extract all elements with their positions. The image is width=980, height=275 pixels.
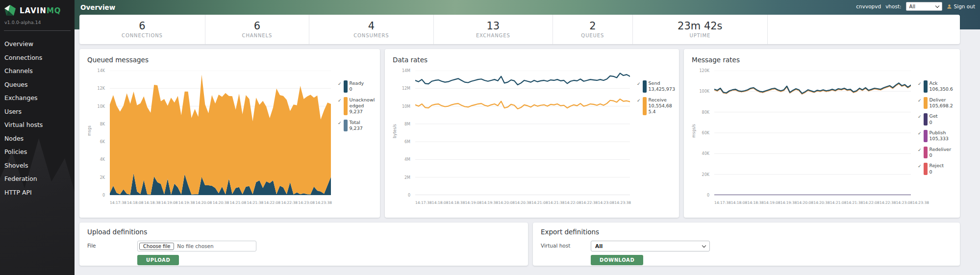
chart-title: Message rates (692, 56, 956, 64)
virtual-host-label: Virtual host (541, 241, 591, 249)
plot-area (110, 71, 331, 195)
legend-item-get[interactable]: ✓Get0 (918, 113, 956, 125)
legend-item-ack[interactable]: ✓Ack106,350.6 (918, 80, 956, 93)
sidebar-item-exchanges[interactable]: Exchanges (0, 91, 75, 105)
x-tick-label: 14:18:38 (747, 200, 764, 205)
upload-button[interactable]: UPLOAD (137, 255, 179, 265)
stats-bar: 6CONNECTIONS6CHANNELS4CONSUMERS13EXCHANG… (79, 15, 960, 44)
y-tick-label: 12M (402, 86, 410, 91)
file-label: File (87, 241, 137, 249)
sidebar-item-virtual-hosts[interactable]: Virtual hosts (0, 118, 75, 132)
stat-label: UPTIME (689, 33, 710, 38)
stat-label: QUEUES (581, 33, 604, 38)
choose-file-button[interactable]: Choose file (139, 243, 174, 250)
legend-item-redeliver[interactable]: ✓Redeliver0 (918, 147, 956, 159)
sidebar-item-overview[interactable]: Overview (0, 37, 75, 51)
plot-area (415, 71, 630, 195)
x-axis-ticks: 14:17:3814:18:0814:18:3814:19:0814:19:38… (415, 200, 631, 205)
legend-value: 9,237 (350, 109, 363, 114)
export-vhost-select[interactable]: All (591, 241, 710, 251)
y-axis-label: msgs/s (691, 68, 697, 209)
legend-swatch (344, 97, 348, 115)
y-tick-label: 60K (702, 131, 709, 135)
x-tick-label: 14:20:08 (498, 200, 515, 205)
legend-item-unacknowledged[interactable]: ✓Unacknowledged9,237 (338, 97, 376, 115)
legend-item-deliver[interactable]: ✓Deliver105,698.2 (918, 97, 956, 109)
sidebar-item-http-api[interactable]: HTTP API (0, 186, 75, 200)
chart-title: Data rates (393, 56, 675, 64)
version-label: v1.0.0-alpha.14 (0, 18, 75, 30)
sidebar-item-nodes[interactable]: Nodes (0, 132, 75, 146)
stat-label: EXCHANGES (476, 33, 510, 38)
legend-item-send[interactable]: ✓Send13,425,973 (637, 80, 675, 93)
legend-swatch (924, 130, 928, 142)
x-tick-label: 14:23:38 (912, 200, 929, 205)
legend-item-total[interactable]: ✓Total9,237 (338, 120, 376, 132)
x-tick-label: 14:19:38 (780, 200, 797, 205)
header-controls: cnvvopvd vhost: All Sign out (856, 2, 975, 11)
stat-value: 6 (254, 21, 260, 32)
x-tick-label: 14:23:38 (614, 200, 631, 205)
legend-item-publish[interactable]: ✓Publish105,333 (918, 130, 956, 142)
y-axis-label: bytes/s (392, 68, 398, 209)
y-axis-ticks: 14M12M10M8M6M4M2M0 (398, 71, 413, 195)
legend-name: Deliver (930, 97, 946, 102)
stat-consumers: 4CONSUMERS (309, 15, 433, 44)
legend-name: Get (930, 113, 938, 119)
sidebar-item-federation[interactable]: Federation (0, 172, 75, 186)
x-tick-label: 14:23:08 (896, 200, 913, 205)
no-file-chosen-text: No file chosen (177, 243, 213, 249)
legend-swatch (924, 147, 928, 159)
logo[interactable]: LAVINMQ (0, 0, 75, 18)
sidebar-item-connections[interactable]: Connections (0, 51, 75, 65)
sidebar-item-policies[interactable]: Policies (0, 145, 75, 159)
x-tick-label: 14:17:38 (415, 200, 432, 205)
x-tick-label: 14:22:38 (281, 200, 298, 205)
legend-name: Ack (930, 80, 938, 86)
x-tick-label: 14:21:38 (548, 200, 565, 205)
sidebar-item-users[interactable]: Users (0, 105, 75, 119)
x-tick-label: 14:17:38 (714, 200, 731, 205)
legend-value: 9,237 (350, 125, 363, 131)
signout-button[interactable]: Sign out (947, 3, 975, 9)
y-axis-ticks: 120K100K80K60K40K20K0 (697, 71, 712, 195)
x-tick-label: 14:18:08 (432, 200, 449, 205)
legend-swatch (643, 80, 647, 93)
y-tick-label: 2K (100, 175, 105, 179)
x-tick-label: 14:17:38 (110, 200, 126, 205)
check-icon: ✓ (338, 99, 342, 115)
username-label: cnvvopvd (856, 3, 881, 9)
y-axis-label: msgs (86, 68, 92, 209)
y-tick-label: 120K (699, 69, 709, 73)
legend-item-ready[interactable]: ✓Ready0 (338, 80, 376, 93)
y-tick-label: 4K (100, 157, 105, 162)
stat-exchanges: 13EXCHANGES (433, 15, 553, 44)
sidebar-item-shovels[interactable]: Shovels (0, 159, 75, 173)
stat-channels: 6CHANNELS (205, 15, 309, 44)
check-icon: ✓ (338, 121, 342, 132)
stat-value: 6 (139, 21, 145, 32)
user-icon (947, 4, 952, 9)
file-input[interactable]: Choose file No file chosen (137, 241, 256, 251)
download-button[interactable]: DOWNLOAD (591, 255, 643, 265)
y-tick-label: 14M (402, 69, 410, 73)
x-tick-label: 14:18:08 (731, 200, 748, 205)
chart-title: Queued messages (87, 56, 376, 64)
x-tick-label: 14:20:08 (196, 200, 212, 205)
sidebar-item-channels[interactable]: Channels (0, 64, 75, 78)
sidebar-item-queues[interactable]: Queues (0, 78, 75, 92)
x-tick-label: 14:21:38 (847, 200, 863, 205)
y-tick-label: 10M (402, 104, 410, 108)
legend-item-reject[interactable]: ✓Reject0 (918, 163, 956, 175)
y-tick-label: 2M (404, 175, 410, 179)
plot-area (714, 71, 911, 195)
stat-uptime: 23m 42sUPTIME (632, 15, 767, 44)
y-tick-label: 0 (102, 193, 105, 198)
stat-label: CHANNELS (242, 33, 273, 38)
vhost-select[interactable]: All (906, 2, 942, 11)
x-tick-label: 14:19:08 (764, 200, 780, 205)
legend-swatch (344, 80, 348, 93)
legend-value: 0 (930, 152, 932, 158)
x-tick-label: 14:18:08 (127, 200, 144, 205)
legend-item-receive[interactable]: ✓Receive10,554,685.4 (637, 97, 675, 115)
